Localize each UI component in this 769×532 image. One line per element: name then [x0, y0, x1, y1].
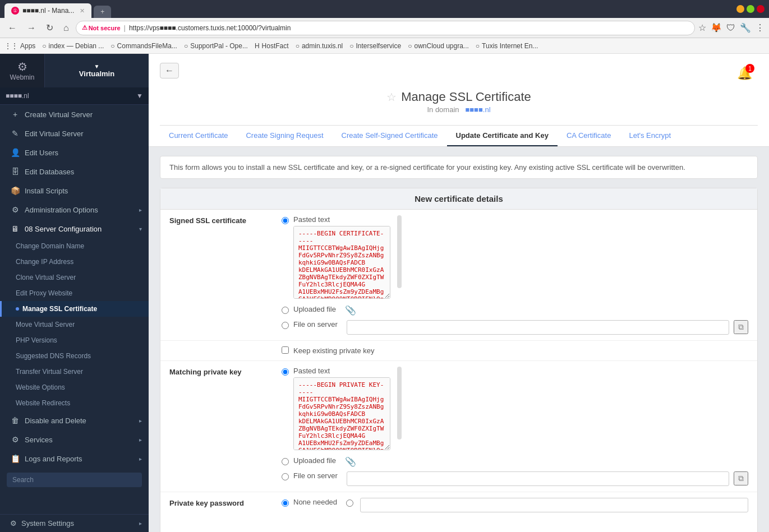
sidebar-sub-transfer-virtual-server[interactable]: Transfer Virtual Server	[0, 364, 149, 380]
bookmark-hostfact[interactable]: H HostFact	[255, 42, 289, 50]
sidebar-item-edit-databases[interactable]: 🗄 Edit Databases	[0, 162, 149, 181]
key-file-on-server-radio[interactable]	[282, 473, 289, 480]
key-pasted-text-radio[interactable]	[282, 368, 289, 376]
tab-create-signing-request[interactable]: Create Signing Request	[237, 126, 332, 146]
sidebar-item-edit-users[interactable]: 👤 Edit Users	[0, 143, 149, 162]
server-config-icon: 🖥	[10, 224, 20, 233]
password-radio[interactable]	[346, 499, 353, 507]
tab-update-certificate-key[interactable]: Update Certificate and Key	[447, 126, 558, 146]
form-panel-title: New certificate details	[160, 188, 757, 210]
key-file-on-server-input[interactable]	[347, 471, 729, 486]
back-button[interactable]: ←	[4, 22, 20, 34]
sidebar-sub-manage-ssl-certificate[interactable]: Manage SSL Certificate	[0, 301, 149, 317]
bookmark-supportpal[interactable]: ○ SupportPal - Ope...	[184, 42, 248, 50]
tab-ca-certificate[interactable]: CA Certificate	[558, 126, 620, 146]
pasted-text-radio[interactable]	[282, 217, 289, 224]
sidebar-sub-move-virtual-server[interactable]: Move Virtual Server	[0, 317, 149, 332]
reload-button[interactable]: ↻	[43, 21, 57, 34]
tab-current-certificate[interactable]: Current Certificate	[160, 126, 237, 146]
bookmarks-bar: ⋮⋮ Apps ○ index — Debian ... ○ CommandsF…	[0, 38, 769, 54]
webmin-button[interactable]: ⚙ Webmin	[0, 54, 45, 87]
tab-lets-encrypt[interactable]: Let's Encrypt	[620, 126, 680, 146]
sidebar-sub-edit-proxy-website[interactable]: Edit Proxy Website	[0, 285, 149, 301]
content-header: ← 🔔 1 ☆ Manage SSL Certificate In domain	[149, 54, 769, 147]
minimize-button[interactable]	[736, 5, 744, 13]
file-on-server-radio[interactable]	[282, 322, 289, 329]
bookmark-admin-tuxis[interactable]: ○ admin.tuxis.nl	[296, 42, 343, 50]
sidebar-search-input[interactable]	[7, 473, 142, 487]
none-needed-radio[interactable]	[282, 499, 289, 507]
sidebar-sub-php-versions[interactable]: PHP Versions	[0, 332, 149, 348]
sidebar-item-system-settings[interactable]: ⚙ System Settings ▸	[0, 514, 149, 532]
sidebar-item-logs-reports[interactable]: 📋 Logs and Reports ▸	[0, 449, 149, 468]
sidebar-users-label: Edit Users	[25, 149, 142, 157]
sidebar-databases-label: Edit Databases	[25, 168, 142, 176]
extension-icon-3[interactable]: 🔧	[740, 22, 751, 33]
sidebar-item-server-configuration[interactable]: 🖥 08 Server Configuration ▾	[0, 219, 149, 238]
sidebar-sub-website-redirects[interactable]: Website Redirects	[0, 395, 149, 411]
uploaded-file-radio[interactable]	[282, 307, 289, 314]
keep-existing-key-checkbox[interactable]	[282, 346, 289, 354]
navigation-bar: ← → ↻ ⌂ ⚠ Not secure | https://vps■■■■.c…	[0, 18, 769, 38]
forward-button[interactable]: →	[24, 22, 39, 34]
sub-item-label: Website Options	[16, 383, 65, 391]
address-bar[interactable]: ⚠ Not secure | https://vps■■■■.customers…	[76, 21, 695, 35]
tab-create-self-signed[interactable]: Create Self-Signed Certificate	[333, 126, 447, 146]
star-icon[interactable]: ☆	[698, 22, 706, 33]
tab-close-button[interactable]: ✕	[80, 7, 85, 15]
extension-icon-1[interactable]: 🦊	[711, 22, 722, 33]
bm-icon-3: ○	[184, 42, 188, 50]
extension-icon-2[interactable]: 🛡	[726, 23, 735, 33]
key-copy-path-button[interactable]: ⧉	[734, 471, 748, 485]
sidebar-item-administration-options[interactable]: ⚙ Administration Options ▸	[0, 200, 149, 219]
none-needed-label: None needed	[293, 498, 337, 506]
key-upload-icon: 📎	[345, 456, 356, 467]
matching-private-key-label: Matching private key	[160, 361, 273, 492]
sidebar-item-disable-delete[interactable]: 🗑 Disable and Delete ▸	[0, 411, 149, 430]
sidebar-item-install-scripts[interactable]: 📦 Install Scripts	[0, 181, 149, 200]
bookmark-apps[interactable]: ⋮⋮ Apps	[4, 42, 35, 50]
sidebar-disable-label: Disable and Delete	[25, 417, 135, 425]
bookmark-commands[interactable]: ○ CommandsFileMa...	[110, 42, 177, 50]
tab-label: ■■■■.nl - Mana...	[22, 7, 74, 15]
sidebar-sub-change-ip-address[interactable]: Change IP Address	[0, 254, 149, 270]
sub-item-label: Suggested DNS Records	[16, 352, 91, 360]
sidebar-item-services[interactable]: ⚙ Services ▸	[0, 430, 149, 449]
close-button[interactable]	[757, 5, 765, 13]
sidebar-sub-suggested-dns-records[interactable]: Suggested DNS Records	[0, 348, 149, 364]
virtualmin-button[interactable]: ▼ Virtualmin	[45, 54, 149, 87]
file-on-server-input[interactable]	[347, 320, 729, 335]
sidebar-server-config-label: 08 Server Configuration	[25, 225, 135, 233]
domain-selector[interactable]: ■■■■.nl ▼	[0, 87, 149, 105]
key-scrollbar-indicator	[397, 367, 402, 440]
sidebar-sub-website-options[interactable]: Website Options	[0, 380, 149, 395]
key-pasted-text-label: Pasted text	[293, 367, 330, 375]
maximize-button[interactable]	[747, 5, 754, 13]
sidebar-sub-clone-virtual-server[interactable]: Clone Virtual Server	[0, 270, 149, 285]
sidebar-sub-change-domain-name[interactable]: Change Domain Name	[0, 238, 149, 254]
password-input[interactable]	[360, 498, 748, 512]
sub-item-label: Change Domain Name	[16, 242, 84, 250]
inactive-tab[interactable]: +	[94, 6, 111, 18]
copy-path-button[interactable]: ⧉	[734, 320, 748, 334]
bookmark-tuxis[interactable]: ○ Tuxis Internet En...	[476, 42, 538, 50]
sub-item-label: Edit Proxy Website	[16, 289, 72, 297]
sidebar-scripts-label: Install Scripts	[25, 187, 142, 195]
certificate-textarea[interactable]: -----BEGIN CERTIFICATE----- MIIGTTCCBTWg…	[293, 226, 390, 299]
domain-prefix-text: In domain	[427, 105, 459, 114]
sidebar-item-create-virtual-server[interactable]: + Create Virtual Server	[0, 105, 149, 124]
sub-item-label: Clone Virtual Server	[16, 274, 76, 281]
sidebar-item-edit-virtual-server[interactable]: ✎ Edit Virtual Server	[0, 124, 149, 143]
active-tab[interactable]: ① ■■■■.nl - Mana... ✕	[4, 3, 91, 18]
menu-icon[interactable]: ⋮	[756, 22, 765, 33]
bookmark-interselfservice[interactable]: ○ Interselfservice	[349, 42, 401, 50]
bookmark-owncloud[interactable]: ○ ownCloud upgra...	[408, 42, 469, 50]
home-button[interactable]: ⌂	[60, 22, 72, 34]
back-navigation-button[interactable]: ←	[160, 63, 179, 78]
sidebar-system-settings-label: System Settings	[21, 519, 135, 528]
private-key-textarea[interactable]: -----BEGIN PRIVATE KEY----- MIIGTTCCBTWg…	[293, 377, 390, 450]
favorite-star-icon[interactable]: ☆	[386, 90, 397, 104]
bookmark-index[interactable]: ○ index — Debian ...	[42, 42, 104, 50]
info-text: This form allows you to install a new SS…	[160, 156, 758, 179]
key-uploaded-file-radio[interactable]	[282, 458, 289, 465]
